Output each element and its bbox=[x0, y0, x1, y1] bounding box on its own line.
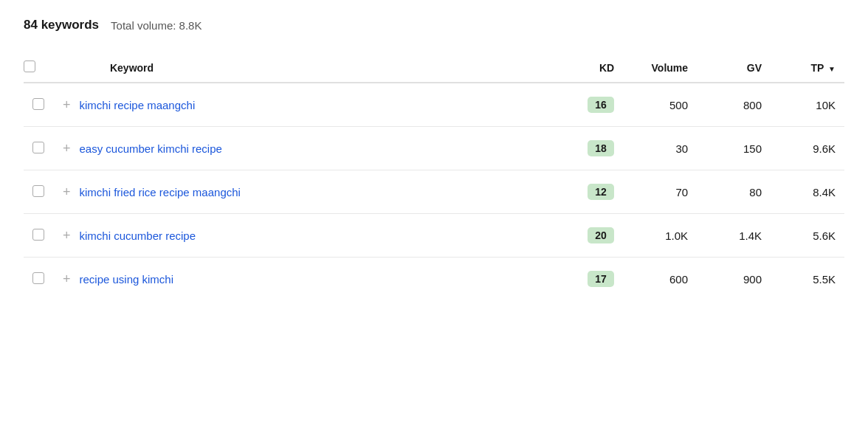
row-volume-cell-3: 1.0K bbox=[623, 214, 697, 258]
table-row: + kimchi cucumber recipe 20 1.0K 1.4K 5.… bbox=[24, 214, 844, 258]
row-gv-cell-4: 900 bbox=[697, 258, 771, 301]
row-volume-cell-0: 500 bbox=[623, 83, 697, 127]
keyword-link-1[interactable]: easy cucumber kimchi recipe bbox=[79, 142, 221, 155]
row-tp-cell-3: 5.6K bbox=[771, 214, 844, 258]
row-gv-cell-1: 150 bbox=[697, 127, 771, 170]
add-keyword-button-3[interactable]: + bbox=[63, 229, 71, 242]
keyword-link-3[interactable]: kimchi cucumber recipe bbox=[79, 229, 196, 242]
tp-label: TP bbox=[811, 62, 824, 74]
kd-badge-0: 16 bbox=[588, 97, 614, 113]
row-checkbox-4[interactable] bbox=[32, 272, 44, 284]
add-keyword-button-4[interactable]: + bbox=[63, 272, 71, 286]
row-gv-cell-0: 800 bbox=[697, 83, 771, 127]
table-row: + kimchi recipe maangchi 16 500 800 10K bbox=[24, 83, 844, 127]
row-volume-cell-4: 600 bbox=[623, 258, 697, 301]
row-gv-cell-2: 80 bbox=[697, 170, 771, 214]
keywords-count: 84 keywords bbox=[24, 18, 99, 32]
keyword-link-0[interactable]: kimchi recipe maangchi bbox=[79, 99, 195, 111]
row-checkbox-cell bbox=[24, 214, 57, 258]
total-volume-label: Total volume: bbox=[111, 19, 176, 32]
row-volume-cell-1: 30 bbox=[623, 127, 697, 170]
kd-badge-4: 17 bbox=[588, 271, 614, 287]
keyword-link-2[interactable]: kimchi fried rice recipe maangchi bbox=[79, 186, 240, 198]
row-volume-cell-2: 70 bbox=[623, 170, 697, 214]
kd-badge-3: 20 bbox=[588, 227, 614, 243]
header-checkbox[interactable] bbox=[24, 61, 35, 72]
row-keyword-cell-3: + kimchi cucumber recipe bbox=[57, 214, 549, 258]
total-volume: Total volume: 8.8K bbox=[111, 19, 202, 32]
sort-arrow-icon: ▼ bbox=[828, 65, 836, 73]
row-checkbox-3[interactable] bbox=[32, 229, 44, 241]
kd-badge-2: 12 bbox=[588, 184, 614, 200]
row-checkbox-cell bbox=[24, 127, 57, 170]
keywords-table: Keyword KD Volume GV TP ▼ + kimchi bbox=[24, 53, 844, 300]
row-checkbox-cell bbox=[24, 170, 57, 214]
row-keyword-cell-2: + kimchi fried rice recipe maangchi bbox=[57, 170, 549, 214]
row-checkbox-cell bbox=[24, 258, 57, 301]
keywords-table-wrapper: Keyword KD Volume GV TP ▼ + kimchi bbox=[24, 53, 844, 300]
row-kd-cell-3: 20 bbox=[549, 214, 623, 258]
row-kd-cell-1: 18 bbox=[549, 127, 623, 170]
row-kd-cell-4: 17 bbox=[549, 258, 623, 301]
add-keyword-button-1[interactable]: + bbox=[63, 142, 71, 155]
row-gv-cell-3: 1.4K bbox=[697, 214, 771, 258]
row-keyword-cell-0: + kimchi recipe maangchi bbox=[57, 83, 549, 127]
header-keyword: Keyword bbox=[57, 53, 549, 83]
row-tp-cell-1: 9.6K bbox=[771, 127, 844, 170]
row-checkbox-1[interactable] bbox=[32, 142, 44, 153]
row-checkbox-2[interactable] bbox=[32, 185, 44, 197]
header-kd[interactable]: KD bbox=[549, 53, 623, 83]
row-tp-cell-4: 5.5K bbox=[771, 258, 844, 301]
row-kd-cell-0: 16 bbox=[549, 83, 623, 127]
header-volume[interactable]: Volume bbox=[623, 53, 697, 83]
keyword-link-4[interactable]: recipe using kimchi bbox=[79, 273, 173, 286]
row-tp-cell-2: 8.4K bbox=[771, 170, 844, 214]
add-keyword-button-0[interactable]: + bbox=[63, 98, 71, 111]
row-kd-cell-2: 12 bbox=[549, 170, 623, 214]
table-row: + recipe using kimchi 17 600 900 5.5K bbox=[24, 258, 844, 301]
header-tp[interactable]: TP ▼ bbox=[771, 53, 844, 83]
row-checkbox-cell bbox=[24, 83, 57, 127]
main-container: 84 keywords Total volume: 8.8K Keyword K… bbox=[0, 0, 868, 300]
total-volume-value: 8.8K bbox=[179, 19, 202, 32]
row-keyword-cell-4: + recipe using kimchi bbox=[57, 258, 549, 301]
summary-bar: 84 keywords Total volume: 8.8K bbox=[24, 18, 844, 32]
row-checkbox-0[interactable] bbox=[32, 98, 44, 110]
add-keyword-button-2[interactable]: + bbox=[63, 185, 71, 198]
row-tp-cell-0: 10K bbox=[771, 83, 844, 127]
table-body: + kimchi recipe maangchi 16 500 800 10K … bbox=[24, 83, 844, 300]
row-keyword-cell-1: + easy cucumber kimchi recipe bbox=[57, 127, 549, 170]
table-row: + easy cucumber kimchi recipe 18 30 150 … bbox=[24, 127, 844, 170]
header-checkbox-cell bbox=[24, 53, 57, 83]
table-header-row: Keyword KD Volume GV TP ▼ bbox=[24, 53, 844, 83]
kd-badge-1: 18 bbox=[588, 140, 614, 156]
header-gv[interactable]: GV bbox=[697, 53, 771, 83]
table-row: + kimchi fried rice recipe maangchi 12 7… bbox=[24, 170, 844, 214]
